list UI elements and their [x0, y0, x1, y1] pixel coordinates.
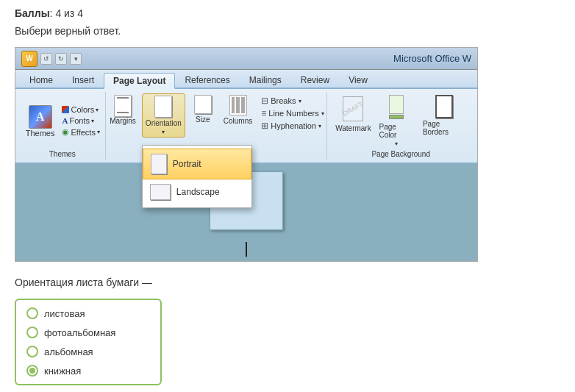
orientation-icon — [154, 96, 172, 118]
size-icon — [194, 95, 212, 114]
line-numbers-icon: ≡ — [261, 108, 266, 118]
page-color-chevron: ▾ — [395, 140, 398, 147]
page-color-icon — [388, 95, 405, 121]
line-numbers-chevron: ▾ — [321, 110, 324, 117]
effects-button[interactable]: ◉ Effects ▾ — [60, 126, 101, 138]
colors-button[interactable]: Colors ▾ — [60, 104, 101, 115]
breaks-button[interactable]: ⊟ Breaks ▾ — [258, 95, 327, 107]
line-numbers-button[interactable]: ≡ Line Numbers ▾ — [258, 107, 327, 119]
size-label: Size — [196, 115, 210, 124]
tab-view[interactable]: View — [339, 71, 377, 88]
page-color-label: Page Color — [379, 123, 413, 139]
margins-icon — [114, 95, 132, 115]
portrait-option[interactable]: Portrait — [143, 149, 251, 179]
fonts-chevron: ▾ — [91, 118, 94, 124]
page-borders-label: Page Borders — [423, 120, 465, 136]
cursor-bar — [246, 242, 247, 257]
undo-button[interactable]: ↺ — [40, 53, 52, 65]
size-button[interactable]: Size — [188, 93, 218, 125]
themes-group-content: A Themes Colors ▾ A Fonts ▾ ◉ — [23, 93, 102, 149]
watermark-button[interactable]: DRAFT Watermark — [333, 93, 373, 134]
answer-label-1: фотоальбомная — [44, 327, 115, 338]
portrait-icon — [151, 154, 167, 174]
columns-label: Columns — [224, 117, 252, 125]
landscape-option[interactable]: Landscape — [143, 179, 251, 204]
fonts-icon: A — [62, 116, 68, 125]
score-label: Баллы — [15, 7, 50, 19]
watermark-label: Watermark — [335, 124, 371, 132]
tab-mailings[interactable]: Mailings — [240, 71, 291, 88]
radio-0[interactable] — [26, 307, 38, 319]
page-borders-button[interactable]: Page Borders — [420, 93, 468, 138]
breaks-chevron: ▾ — [299, 98, 301, 104]
tab-review[interactable]: Review — [291, 71, 339, 88]
tab-page-layout[interactable]: Page Layout — [104, 73, 175, 89]
breaks-icon: ⊟ — [261, 96, 268, 106]
answer-option-1[interactable]: фотоальбомная — [26, 327, 150, 338]
page-setup-group: Margins Orientation ▾ Portrait — [107, 92, 328, 160]
answer-label-3: книжная — [44, 366, 81, 377]
answer-option-0[interactable]: листовая — [26, 307, 150, 319]
instruction-text: Выбери верный ответ. — [15, 25, 560, 37]
title-bar: W ↺ ↻ ▾ Microsoft Office W — [15, 48, 477, 70]
page-setup-group-content: Margins Orientation ▾ Portrait — [107, 93, 326, 149]
ribbon-content: A Themes Colors ▾ A Fonts ▾ ◉ — [15, 89, 477, 164]
watermark-icon: DRAFT — [341, 95, 365, 123]
radio-3[interactable] — [26, 365, 38, 377]
themes-group-label: Themes — [49, 149, 76, 158]
answer-label-0: листовая — [44, 308, 85, 319]
quick-access-button[interactable]: ▾ — [70, 53, 82, 65]
page-background-group: DRAFT Watermark Page Color ▾ — [329, 92, 473, 160]
ribbon-tabs: Home Insert Page Layout References Maili… — [15, 70, 477, 89]
portrait-label: Portrait — [173, 159, 201, 169]
radio-inner-3 — [29, 368, 35, 374]
orientation-button[interactable]: Orientation ▾ — [142, 93, 185, 138]
page-borders-icon — [435, 95, 453, 118]
columns-button[interactable]: Columns — [221, 93, 255, 126]
themes-icon: A — [29, 105, 52, 129]
page-background-group-label: Page Background — [371, 149, 430, 158]
score-value: 4 из 4 — [55, 7, 83, 19]
effects-label: Effects — [71, 128, 95, 137]
landscape-icon — [150, 184, 171, 200]
page-background-group-content: DRAFT Watermark Page Color ▾ — [333, 93, 468, 149]
hyphenation-icon: ⊞ — [261, 121, 268, 131]
window-title: Microsoft Office W — [393, 53, 471, 64]
answer-option-3[interactable]: книжная — [26, 365, 150, 377]
effects-chevron: ▾ — [97, 129, 100, 135]
themes-label: Themes — [26, 129, 55, 138]
columns-icon — [229, 95, 247, 115]
radio-1[interactable] — [26, 327, 38, 338]
answer-option-2[interactable]: альбомная — [26, 346, 150, 357]
page-color-button[interactable]: Page Color ▾ — [376, 93, 416, 149]
question-text: Ориентация листа бумаги — — [15, 277, 560, 288]
effects-icon: ◉ — [62, 127, 69, 137]
score-line: Баллы: 4 из 4 — [15, 7, 560, 19]
tab-insert[interactable]: Insert — [63, 71, 104, 88]
hyphenation-label: Hyphenation — [271, 121, 316, 130]
answer-label-2: альбомная — [44, 346, 93, 357]
themes-button[interactable]: A Themes — [23, 104, 58, 139]
page-setup-small-buttons: ⊟ Breaks ▾ ≡ Line Numbers ▾ ⊞ Hyphenatio… — [258, 95, 327, 132]
answers-box: листовая фотоальбомная альбомная книжная — [15, 299, 162, 385]
themes-group: A Themes Colors ▾ A Fonts ▾ ◉ — [20, 92, 106, 160]
title-bar-left: W ↺ ↻ ▾ — [21, 51, 82, 67]
colors-label: Colors — [71, 105, 94, 114]
tab-references[interactable]: References — [175, 71, 239, 88]
colors-chevron: ▾ — [96, 107, 99, 113]
radio-2[interactable] — [26, 346, 38, 357]
orientation-dropdown: Portrait Landscape — [142, 145, 252, 208]
redo-button[interactable]: ↻ — [55, 53, 67, 65]
office-logo-button[interactable]: W — [21, 51, 38, 67]
margins-label: Margins — [110, 117, 136, 125]
cursor-area — [15, 238, 477, 261]
hyphenation-chevron: ▾ — [318, 123, 321, 129]
fonts-label: Fonts — [69, 116, 90, 125]
colors-icon — [62, 106, 69, 113]
hyphenation-button[interactable]: ⊞ Hyphenation ▾ — [258, 120, 327, 132]
tab-home[interactable]: Home — [20, 71, 63, 88]
fonts-button[interactable]: A Fonts ▾ — [60, 115, 101, 126]
margins-button[interactable]: Margins — [107, 93, 139, 126]
orientation-label: Orientation — [146, 119, 182, 127]
orientation-chevron: ▾ — [162, 129, 165, 135]
